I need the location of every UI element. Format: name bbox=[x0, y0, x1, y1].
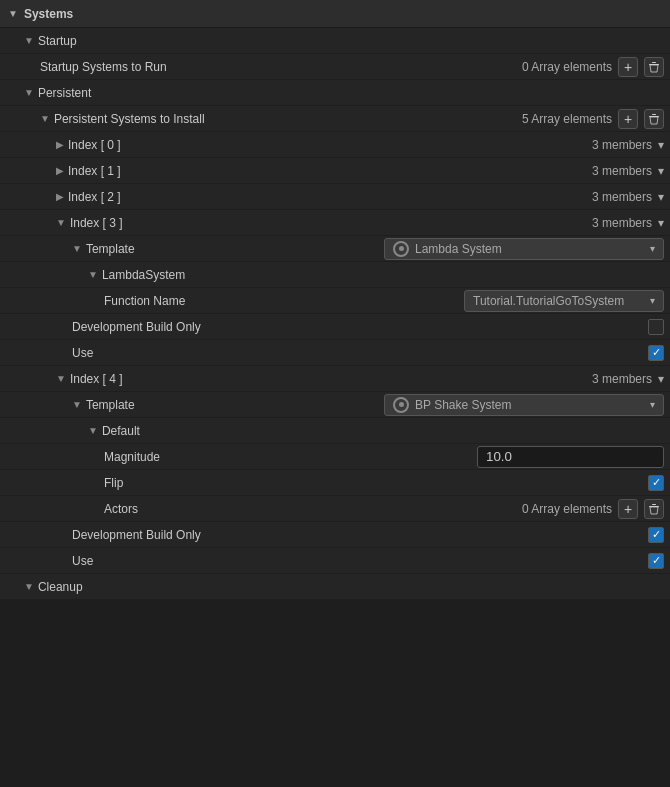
index4-use-label: Use bbox=[72, 554, 93, 568]
index-2-arrow-icon: ▶ bbox=[56, 191, 64, 202]
index-2-row[interactable]: ▶ Index [ 2 ] 3 members ▾ bbox=[0, 184, 670, 210]
index-3-label: Index [ 3 ] bbox=[70, 216, 123, 230]
persistent-systems-row: ▼ Persistent Systems to Install 5 Array … bbox=[0, 106, 670, 132]
magnitude-row: Magnitude bbox=[0, 444, 670, 470]
function-name-dropdown[interactable]: Tutorial.TutorialGoToSystem ▾ bbox=[464, 290, 664, 312]
index-0-arrow-icon: ▶ bbox=[56, 139, 64, 150]
index3-template-row[interactable]: ▼ Template Lambda System ▾ bbox=[0, 236, 670, 262]
cleanup-label: Cleanup bbox=[38, 580, 83, 594]
actors-value: 0 Array elements bbox=[522, 502, 612, 516]
flip-checkmark-icon: ✓ bbox=[652, 477, 661, 488]
index-1-label: Index [ 1 ] bbox=[68, 164, 121, 178]
index4-dev-build-label: Development Build Only bbox=[72, 528, 201, 542]
default-subsystem-arrow-icon: ▼ bbox=[88, 425, 98, 436]
index-1-chevron-icon: ▾ bbox=[658, 164, 664, 178]
index-0-label: Index [ 0 ] bbox=[68, 138, 121, 152]
index3-template-tmpl-icon bbox=[393, 241, 409, 257]
actors-delete-button[interactable] bbox=[644, 499, 664, 519]
function-name-row: Function Name Tutorial.TutorialGoToSyste… bbox=[0, 288, 670, 314]
index-4-label: Index [ 4 ] bbox=[70, 372, 123, 386]
index3-template-dropdown[interactable]: Lambda System ▾ bbox=[384, 238, 664, 260]
index-0-value: 3 members bbox=[592, 138, 652, 152]
index-4-chevron-icon: ▾ bbox=[658, 372, 664, 386]
actors-add-button[interactable]: + bbox=[618, 499, 638, 519]
startup-systems-row: Startup Systems to Run 0 Array elements … bbox=[0, 54, 670, 80]
index4-template-tmpl-icon bbox=[393, 397, 409, 413]
index3-dev-build-label: Development Build Only bbox=[72, 320, 201, 334]
index3-dev-build-checkbox[interactable] bbox=[648, 319, 664, 335]
index-1-arrow-icon: ▶ bbox=[56, 165, 64, 176]
persistent-systems-arrow-icon: ▼ bbox=[40, 113, 50, 124]
svg-rect-1 bbox=[652, 62, 656, 63]
index4-use-checkbox[interactable]: ✓ bbox=[648, 553, 664, 569]
startup-systems-label: Startup Systems to Run bbox=[40, 60, 167, 74]
flip-checkbox[interactable]: ✓ bbox=[648, 475, 664, 491]
magnitude-label: Magnitude bbox=[104, 450, 160, 464]
index4-dev-build-row: Development Build Only ✓ bbox=[0, 522, 670, 548]
startup-arrow-icon: ▼ bbox=[24, 35, 34, 46]
index4-use-row: Use ✓ bbox=[0, 548, 670, 574]
cleanup-arrow-icon: ▼ bbox=[24, 581, 34, 592]
startup-section-header[interactable]: ▼ Startup bbox=[0, 28, 670, 54]
index-4-arrow-icon: ▼ bbox=[56, 373, 66, 384]
index4-template-row[interactable]: ▼ Template BP Shake System ▾ bbox=[0, 392, 670, 418]
startup-delete-button[interactable] bbox=[644, 57, 664, 77]
systems-arrow-icon: ▼ bbox=[8, 8, 18, 19]
persistent-systems-label: Persistent Systems to Install bbox=[54, 112, 205, 126]
index-3-arrow-icon: ▼ bbox=[56, 217, 66, 228]
index4-template-label: Template bbox=[86, 398, 135, 412]
systems-panel: ▼ Systems ▼ Startup Startup Systems to R… bbox=[0, 0, 670, 600]
startup-add-button[interactable]: + bbox=[618, 57, 638, 77]
flip-label: Flip bbox=[104, 476, 123, 490]
index3-template-arrow-icon: ▼ bbox=[72, 243, 82, 254]
default-subsystem-label: Default bbox=[102, 424, 140, 438]
index3-use-label: Use bbox=[72, 346, 93, 360]
index3-template-value: Lambda System bbox=[415, 242, 502, 256]
index-1-row[interactable]: ▶ Index [ 1 ] 3 members ▾ bbox=[0, 158, 670, 184]
persistent-label: Persistent bbox=[38, 86, 91, 100]
index-4-value: 3 members bbox=[592, 372, 652, 386]
index-3-row[interactable]: ▼ Index [ 3 ] 3 members ▾ bbox=[0, 210, 670, 236]
startup-label: Startup bbox=[38, 34, 77, 48]
function-name-dropdown-arrow-icon: ▾ bbox=[650, 295, 655, 306]
index4-dev-build-checkmark-icon: ✓ bbox=[652, 529, 661, 540]
flip-row: Flip ✓ bbox=[0, 470, 670, 496]
index3-use-checkbox[interactable]: ✓ bbox=[648, 345, 664, 361]
index-3-chevron-icon: ▾ bbox=[658, 216, 664, 230]
index3-template-dropdown-arrow-icon: ▾ bbox=[650, 243, 655, 254]
lambda-system-arrow-icon: ▼ bbox=[88, 269, 98, 280]
systems-header[interactable]: ▼ Systems bbox=[0, 0, 670, 28]
index4-template-value: BP Shake System bbox=[415, 398, 512, 412]
persistent-systems-value: 5 Array elements bbox=[522, 112, 612, 126]
persistent-delete-button[interactable] bbox=[644, 109, 664, 129]
index4-template-arrow-icon: ▼ bbox=[72, 399, 82, 410]
index-1-value: 3 members bbox=[592, 164, 652, 178]
actors-row: Actors 0 Array elements + bbox=[0, 496, 670, 522]
persistent-add-button[interactable]: + bbox=[618, 109, 638, 129]
index4-use-checkmark-icon: ✓ bbox=[652, 555, 661, 566]
index4-template-dropdown-arrow-icon: ▾ bbox=[650, 399, 655, 410]
lambda-system-row[interactable]: ▼ LambdaSystem bbox=[0, 262, 670, 288]
index-2-value: 3 members bbox=[592, 190, 652, 204]
index3-dev-build-row: Development Build Only bbox=[0, 314, 670, 340]
magnitude-input[interactable] bbox=[477, 446, 664, 468]
index-0-row[interactable]: ▶ Index [ 0 ] 3 members ▾ bbox=[0, 132, 670, 158]
cleanup-section-header[interactable]: ▼ Cleanup bbox=[0, 574, 670, 600]
index-2-chevron-icon: ▾ bbox=[658, 190, 664, 204]
startup-systems-value: 0 Array elements bbox=[522, 60, 612, 74]
systems-title: Systems bbox=[24, 7, 73, 21]
persistent-arrow-icon: ▼ bbox=[24, 87, 34, 98]
svg-rect-3 bbox=[652, 114, 656, 115]
index4-template-dropdown[interactable]: BP Shake System ▾ bbox=[384, 394, 664, 416]
svg-rect-5 bbox=[652, 504, 656, 505]
index3-template-label: Template bbox=[86, 242, 135, 256]
index-4-row[interactable]: ▼ Index [ 4 ] 3 members ▾ bbox=[0, 366, 670, 392]
index4-dev-build-checkbox[interactable]: ✓ bbox=[648, 527, 664, 543]
default-subsystem-row[interactable]: ▼ Default bbox=[0, 418, 670, 444]
index-0-chevron-icon: ▾ bbox=[658, 138, 664, 152]
index3-use-checkmark-icon: ✓ bbox=[652, 347, 661, 358]
index-2-label: Index [ 2 ] bbox=[68, 190, 121, 204]
persistent-section-header[interactable]: ▼ Persistent bbox=[0, 80, 670, 106]
index3-use-row: Use ✓ bbox=[0, 340, 670, 366]
lambda-system-label: LambdaSystem bbox=[102, 268, 185, 282]
